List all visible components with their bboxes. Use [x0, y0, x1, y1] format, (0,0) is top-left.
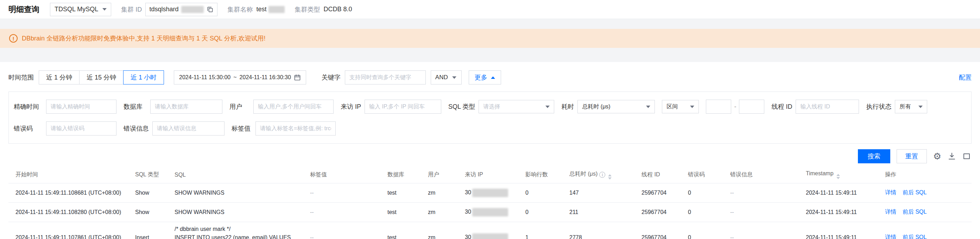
- download-icon[interactable]: [948, 152, 956, 161]
- config-link[interactable]: 配置: [959, 73, 972, 82]
- cost-range-max-input[interactable]: [739, 100, 764, 114]
- interval-value: 区间: [667, 103, 678, 110]
- chevron-down-icon: [646, 105, 650, 108]
- calendar-icon[interactable]: [294, 74, 301, 81]
- context-sql-link[interactable]: 前后 SQL: [903, 190, 926, 195]
- sql-type-label: SQL 类型: [448, 102, 475, 111]
- column-display-icon[interactable]: [963, 152, 971, 161]
- settings-gear-icon[interactable]: ⚙: [933, 152, 941, 161]
- cell-total-time: 147: [570, 183, 641, 202]
- client-ip-field: 来访 IP: [340, 100, 441, 114]
- cluster-id-input[interactable]: tdsqlshard: [145, 3, 218, 16]
- col-total-time: 总耗时 (μs)i: [570, 167, 641, 183]
- cell-thread-id: 25967704: [641, 183, 688, 202]
- topbar: 明细查询 TDSQL MySQL 集群 ID tdsqlshard 集群名称 t…: [0, 0, 980, 19]
- sql-type-value: 请选择: [483, 103, 500, 110]
- copy-icon[interactable]: [207, 6, 213, 13]
- product-select-value: TDSQL MySQL: [54, 6, 98, 13]
- cell-total-time: 211: [570, 202, 641, 222]
- detail-link[interactable]: 详情: [885, 234, 896, 239]
- cost-range-separator: -: [734, 103, 736, 110]
- quick-range-1min-button[interactable]: 近 1 分钟: [39, 70, 80, 84]
- database-field: 数据库: [124, 100, 223, 114]
- reset-button[interactable]: 重置: [897, 149, 927, 163]
- more-filters-label: 更多: [475, 73, 487, 82]
- cell-tag-value: --: [310, 183, 387, 202]
- cell-error-message: --: [730, 202, 806, 222]
- cluster-id-label: 集群 ID: [121, 5, 142, 14]
- date-range-end: 2024-11-11 16:30:30: [240, 74, 291, 81]
- cell-total-time: 2778: [570, 222, 641, 239]
- error-message-label: 错误信息: [124, 124, 149, 133]
- quick-range-1hour-button[interactable]: 近 1 小时: [123, 70, 164, 84]
- search-button[interactable]: 搜索: [858, 149, 890, 163]
- table-row: 2024-11-11 15:49:11.107861 (UTC+08:00) I…: [8, 222, 972, 239]
- cost-range-min-input[interactable]: [706, 100, 731, 114]
- thread-id-input[interactable]: [795, 100, 859, 114]
- database-label: 数据库: [124, 102, 147, 111]
- cell-error-code: 0: [688, 202, 730, 222]
- error-message-input[interactable]: [153, 121, 224, 135]
- cell-database: test: [387, 183, 428, 202]
- detail-link[interactable]: 详情: [885, 209, 896, 215]
- main-card: 时间范围 近 1 分钟 近 15 分钟 近 1 小时 2024-11-11 15…: [0, 62, 980, 239]
- sort-icon[interactable]: [837, 174, 840, 179]
- cost-metric-select[interactable]: 总耗时 (μs): [578, 100, 655, 113]
- client-ip-input[interactable]: [364, 100, 441, 114]
- info-icon[interactable]: i: [599, 172, 605, 178]
- col-actions: 操作: [885, 167, 972, 183]
- product-select[interactable]: TDSQL MySQL: [50, 3, 111, 16]
- cell-sql-type: Show: [135, 202, 175, 222]
- info-icon: !: [9, 34, 18, 43]
- exec-status-select[interactable]: 所有: [895, 100, 927, 113]
- table-row: 2024-11-11 15:49:11.108280 (UTC+08:00) S…: [8, 202, 972, 222]
- col-error-code: 错误码: [688, 167, 730, 183]
- interval-select[interactable]: 区间: [662, 100, 699, 113]
- context-sql-link[interactable]: 前后 SQL: [903, 209, 926, 215]
- keyword-label: 关键字: [321, 73, 340, 82]
- cell-client-ip: 30: [465, 183, 525, 202]
- tag-value-input[interactable]: [256, 121, 336, 135]
- exec-status-field: 执行状态 所有: [866, 100, 927, 113]
- cell-error-code: 0: [688, 222, 730, 239]
- cost-metric-value: 总耗时 (μs): [582, 103, 610, 110]
- database-input[interactable]: [150, 100, 223, 114]
- table-header-row: 开始时间 SQL 类型 SQL 标签值 数据库 用户 来访 IP 影响行数 总耗…: [8, 167, 972, 183]
- cell-timestamp: 2024-11-11 15:49:11: [806, 222, 885, 239]
- cost-field: 耗时 总耗时 (μs): [561, 100, 655, 113]
- cell-actions: 详情前后 SQL: [885, 222, 972, 239]
- keyword-input[interactable]: [345, 70, 426, 84]
- redacted-blur: [472, 189, 508, 197]
- logic-operator-value: AND: [435, 74, 448, 81]
- tag-value-field: 标签值: [232, 121, 336, 135]
- cell-actions: 详情前后 SQL: [885, 202, 972, 222]
- exec-status-label: 执行状态: [866, 102, 891, 111]
- col-client-ip: 来访 IP: [465, 167, 525, 183]
- chevron-down-icon: [690, 105, 694, 108]
- user-input[interactable]: [253, 100, 334, 114]
- cell-affected-rows: 0: [525, 202, 570, 222]
- cell-start-time: 2024-11-11 15:49:11.108681 (UTC+08:00): [8, 183, 135, 202]
- sort-icon[interactable]: [608, 174, 612, 180]
- col-error-message: 错误信息: [730, 167, 806, 183]
- detail-link[interactable]: 详情: [885, 190, 896, 195]
- cell-database: test: [387, 202, 428, 222]
- more-filters-toggle[interactable]: 更多: [469, 70, 501, 84]
- error-code-input[interactable]: [46, 121, 116, 135]
- cell-error-code: 0: [688, 183, 730, 202]
- quick-range-15min-button[interactable]: 近 15 分钟: [79, 70, 124, 84]
- col-user: 用户: [428, 167, 465, 183]
- context-sql-link[interactable]: 前后 SQL: [903, 234, 926, 239]
- cell-affected-rows: 1: [525, 222, 570, 239]
- col-tag-value: 标签值: [310, 167, 387, 183]
- quick-range-group: 近 1 分钟 近 15 分钟 近 1 小时: [39, 70, 164, 84]
- logic-operator-select[interactable]: AND: [431, 70, 462, 84]
- thread-id-label: 线程 ID: [772, 102, 792, 111]
- date-range-picker[interactable]: 2024-11-11 15:30:00 ~ 2024-11-11 16:30:3…: [174, 70, 306, 84]
- promo-banner: ! DBbrain 全链路分析功能限时免费体验中,支持 1 天明细查询与 1 天…: [0, 29, 980, 48]
- exact-time-input[interactable]: [46, 100, 116, 114]
- chevron-down-icon: [918, 105, 923, 108]
- error-message-field: 错误信息: [124, 121, 224, 135]
- redacted-blur: [269, 6, 285, 13]
- sql-type-select[interactable]: 请选择: [479, 100, 554, 113]
